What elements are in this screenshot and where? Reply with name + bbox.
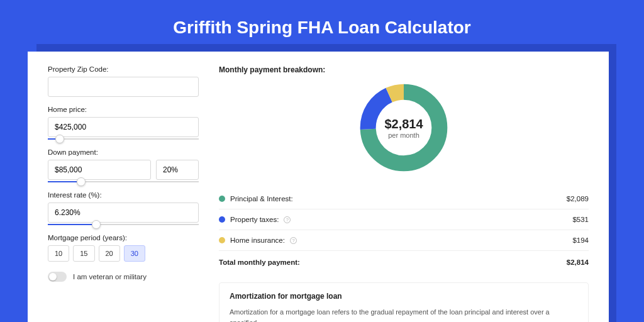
- mortgage-period-label: Mortgage period (years):: [48, 234, 199, 242]
- yellow-dot-icon: [219, 237, 225, 243]
- period-btn-20[interactable]: 20: [99, 245, 120, 262]
- breakdown-label: Property taxes:: [230, 216, 279, 223]
- veteran-label: I am veteran or military: [73, 273, 147, 280]
- home-price-field: Home price:: [48, 106, 199, 140]
- calculator-card: Property Zip Code: Home price: Down paym…: [28, 52, 609, 322]
- amortization-title: Amortization for mortgage loan: [230, 292, 578, 301]
- interest-rate-label: Interest rate (%):: [48, 191, 199, 199]
- mortgage-period-field: Mortgage period (years): 10152030: [48, 234, 199, 262]
- blue-dot-icon: [219, 216, 225, 223]
- breakdown-total-row: Total monthly payment: $2,814: [219, 250, 589, 274]
- form-column: Property Zip Code: Home price: Down paym…: [48, 65, 199, 322]
- interest-rate-field: Interest rate (%):: [48, 191, 199, 225]
- donut-total: $2,814: [384, 117, 423, 131]
- home-price-slider[interactable]: [48, 138, 199, 140]
- green-dot-icon: [219, 196, 225, 202]
- home-price-slider-thumb[interactable]: [55, 135, 64, 143]
- donut-center: $2,814 per month: [357, 80, 451, 175]
- breakdown-row: Property taxes:?$531: [219, 209, 589, 230]
- total-value: $2,814: [567, 258, 589, 266]
- info-icon[interactable]: ?: [290, 237, 297, 244]
- breakdown-value: $2,089: [567, 195, 589, 203]
- interest-rate-slider-thumb[interactable]: [92, 220, 101, 229]
- zip-field: Property Zip Code:: [48, 65, 199, 97]
- total-label: Total monthly payment:: [219, 258, 300, 266]
- amortization-card: Amortization for mortgage loan Amortizat…: [219, 282, 589, 322]
- zip-label: Property Zip Code:: [48, 65, 199, 73]
- donut-wrap: $2,814 per month: [219, 80, 589, 175]
- mortgage-period-options: 10152030: [48, 245, 199, 262]
- home-price-input[interactable]: [48, 117, 199, 137]
- breakdown-list: Principal & Interest:$2,089Property taxe…: [219, 189, 589, 250]
- donut-chart: $2,814 per month: [357, 80, 451, 175]
- breakdown-title: Monthly payment breakdown:: [219, 65, 589, 74]
- period-btn-30[interactable]: 30: [124, 245, 145, 262]
- breakdown-row: Principal & Interest:$2,089: [219, 189, 589, 209]
- down-payment-pct-input[interactable]: [156, 160, 199, 180]
- amortization-body: Amortization for a mortgage loan refers …: [230, 307, 578, 322]
- down-payment-field: Down payment:: [48, 148, 199, 182]
- zip-input[interactable]: [48, 77, 199, 97]
- breakdown-label: Principal & Interest:: [230, 195, 293, 203]
- veteran-toggle[interactable]: [48, 272, 67, 282]
- home-price-label: Home price:: [48, 106, 199, 113]
- breakdown-column: Monthly payment breakdown: $2,814 per mo…: [219, 65, 589, 322]
- down-payment-input[interactable]: [48, 160, 151, 180]
- period-btn-15[interactable]: 15: [73, 245, 94, 262]
- card-shadow: Property Zip Code: Home price: Down paym…: [28, 52, 616, 322]
- down-payment-slider-thumb[interactable]: [77, 177, 86, 186]
- breakdown-label: Home insurance:: [230, 236, 285, 244]
- breakdown-value: $531: [572, 216, 589, 223]
- breakdown-value: $194: [572, 236, 589, 244]
- info-icon[interactable]: ?: [284, 216, 291, 223]
- down-payment-label: Down payment:: [48, 148, 199, 156]
- veteran-row: I am veteran or military: [48, 272, 199, 282]
- down-payment-slider[interactable]: [48, 181, 199, 182]
- period-btn-10[interactable]: 10: [48, 245, 69, 262]
- donut-sub: per month: [388, 131, 419, 139]
- breakdown-row: Home insurance:?$194: [219, 230, 589, 250]
- interest-rate-slider[interactable]: [48, 224, 199, 225]
- interest-rate-input[interactable]: [48, 203, 199, 223]
